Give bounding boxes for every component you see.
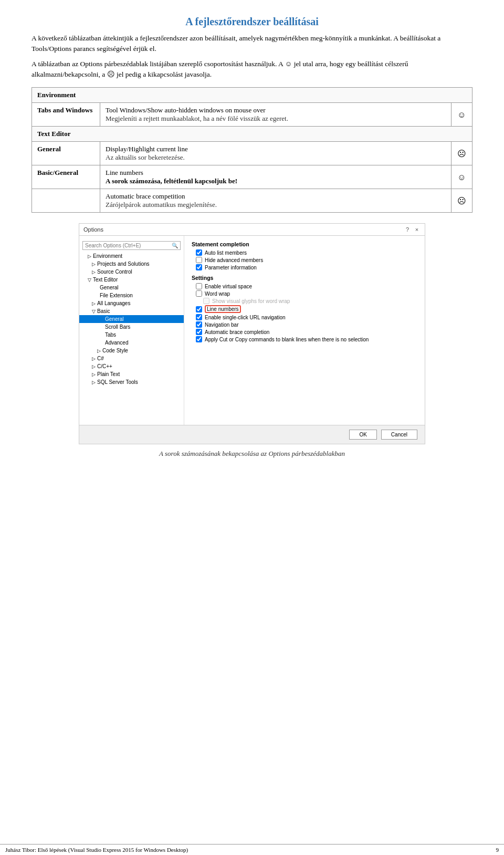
tree-item[interactable]: General [79,284,184,291]
tree-label: Tabs [105,332,116,338]
smiley-icon: ☺ [457,110,466,119]
checkbox-input[interactable] [196,264,202,270]
tree-arrow: ▷ [92,262,96,267]
checkbox-row: Show visual glyphs for word wrap [203,298,417,304]
checkbox-row: Navigation bar [196,321,417,328]
dialog-titlebar: Options ? × [79,224,425,236]
setting-name: Tool Windows/Show auto-hidden windows on… [106,106,266,114]
tree-item[interactable]: Advanced [79,339,184,347]
tree-item[interactable]: ▷Environment [79,252,184,260]
settings-label: Settings [192,275,417,281]
checkbox-input[interactable] [196,249,202,256]
search-row[interactable]: 🔍 [82,241,181,250]
tree-item[interactable]: ▷C/C++ [79,362,184,370]
tree-item[interactable]: ▷Code Style [79,347,184,354]
screenshot-caption: A sorok számozásának bekapcsolása az Opt… [32,450,472,458]
tree-arrow: ▷ [92,356,96,361]
table-desc-cell: Display/Highlight current lineAz aktuáli… [100,142,452,165]
intro-paragraph-2: A táblázatban az Options párbeszédablak … [32,59,472,80]
ok-button[interactable]: OK [349,430,376,440]
tree-label: General [100,285,119,290]
table-category-cell: Tabs and Windows [32,103,100,127]
checkbox-row: Auto list members [196,249,417,256]
tree-arrow: ▷ [92,269,96,275]
checkbox-label: Hide advanced members [205,257,263,263]
tree-label: SQL Server Tools [97,379,138,385]
tree-item[interactable]: ▷All Languages [79,299,184,307]
checkbox-input[interactable] [196,336,202,342]
dialog-title: Options [83,226,103,233]
tree-item[interactable]: General [79,315,184,323]
options-dialog-screenshot: Options ? × 🔍 ▷Environment▷Projects and … [79,223,425,444]
statement-completion-checkboxes: Auto list membersHide advanced membersPa… [192,249,417,270]
table-category-header: Text Editor [32,127,472,142]
checkbox-label: Auto list members [205,250,247,256]
tree-arrow: ▽ [88,277,91,283]
checkbox-input[interactable] [196,314,202,320]
tree-label: Source Control [97,269,132,275]
tree-label: Advanced [105,340,128,346]
tree-item[interactable]: ▷SQL Server Tools [79,378,184,386]
intro-paragraph-1: A következő táblázatban áttekintjük a fe… [32,33,472,55]
checkbox-row: Word wrap [196,290,417,297]
tree-item[interactable]: Scroll Bars [79,323,184,331]
tree-item[interactable]: ▷Plain Text [79,370,184,378]
tree-item[interactable]: Tabs [79,331,184,339]
tree-item[interactable]: ▽Basic [79,307,184,315]
search-input[interactable] [85,243,171,248]
table-category-header: Environment [32,88,472,103]
tree-item[interactable]: ▷Source Control [79,268,184,276]
cancel-button[interactable]: Cancel [381,430,417,440]
table-icon-cell: ☹ [452,142,472,165]
dialog-close-btn[interactable]: × [413,226,421,233]
tree-label: Environment [93,253,122,259]
checkbox-label: Show visual glyphs for word wrap [212,298,290,304]
footer-right: 9 [496,847,499,853]
checkbox-row: Hide advanced members [196,257,417,263]
checkbox-row: Automatic brace completion [196,329,417,335]
tree-label: Plain Text [97,371,120,377]
checkbox-input[interactable] [203,298,209,304]
tree-label: C/C++ [97,363,112,369]
table-desc-cell: Tool Windows/Show auto-hidden windows on… [100,103,452,127]
dialog-right-panel: Statement completion Auto list membersHi… [184,236,425,425]
statement-completion-label: Statement completion [192,241,417,247]
checkbox-row: Enable virtual space [196,283,417,289]
tree-item[interactable]: ▷C# [79,354,184,362]
checkbox-row: Line numbers [196,305,417,313]
dialog-question-btn[interactable]: ? [404,226,411,233]
tree-arrow: ▷ [97,348,101,353]
footer-left: Juhász Tibor: Első lépések (Visual Studi… [5,847,188,853]
tree-container: ▷Environment▷Projects and Solutions▷Sour… [79,252,184,386]
table-desc-cell: Line numbersA sorok számozása, feltétlen… [100,165,452,189]
dialog-body: 🔍 ▷Environment▷Projects and Solutions▷So… [79,236,425,425]
checkbox-input[interactable] [196,257,202,263]
tree-label: Text Editor [93,277,118,283]
checkbox-label: Enable single-click URL navigation [205,315,286,320]
smiley-icon: ☺ [457,173,466,182]
setting-name: Display/Highlight current line [106,145,188,153]
tree-label: Code Style [102,348,128,353]
checkbox-input[interactable] [196,321,202,328]
tree-arrow: ▷ [92,301,96,306]
tree-label: File Extension [100,293,133,298]
footer-bar: Juhász Tibor: Első lépések (Visual Studi… [0,844,504,855]
tree-item[interactable]: ▷Projects and Solutions [79,260,184,268]
checkbox-label: Apply Cut or Copy commands to blank line… [205,337,369,342]
checkbox-input[interactable] [196,329,202,335]
setting-name: Automatic brace competition [106,192,185,200]
table-row: Automatic brace competitionZárójelpárok … [32,189,472,213]
checkbox-row: Parameter information [196,264,417,270]
page-title: A fejlesztőrendszer beállításai [32,16,472,28]
tree-label: General [105,316,124,322]
checkbox-input[interactable] [196,306,202,312]
checkbox-input[interactable] [196,283,202,289]
tree-item[interactable]: File Extension [79,291,184,299]
checkbox-input[interactable] [196,290,202,297]
tree-label: Basic [97,308,110,314]
checkbox-label: Automatic brace completion [205,329,269,335]
dialog-footer: OK Cancel [79,425,425,444]
tree-item[interactable]: ▽Text Editor [79,276,184,284]
setting-desc: Az aktuális sor bekeretezése. [106,153,185,161]
setting-desc-bold: A sorok számozása, feltétlenül kapcsolju… [106,177,237,185]
